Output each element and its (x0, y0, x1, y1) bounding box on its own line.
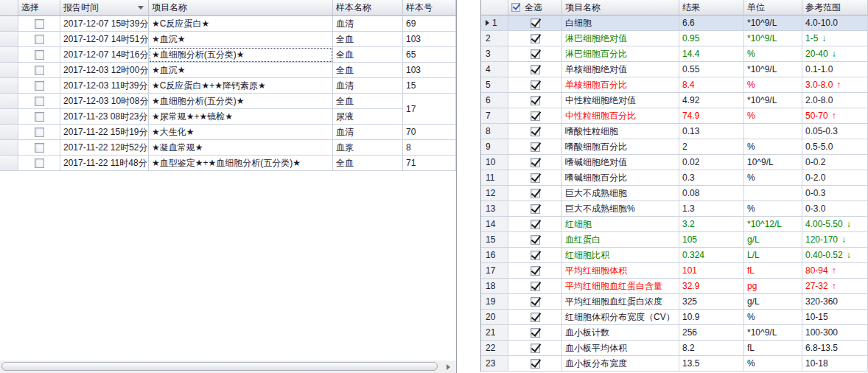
result-range-cell[interactable]: 0-0.3 (802, 186, 868, 201)
result-value-cell[interactable]: 32.9 (679, 279, 744, 294)
result-item-cell[interactable]: 嗜酸性粒细胞 (562, 124, 679, 139)
report-item-cell[interactable]: ★血型鉴定★+★血细胞分析(五分类)★ (149, 156, 333, 171)
report-item-cell[interactable]: ★C反应蛋白★ (149, 16, 333, 32)
result-range-cell[interactable]: 320-360 (802, 294, 868, 310)
result-range-cell[interactable]: 0-2.0 (802, 170, 868, 186)
result-rownum-cell[interactable]: 9 (481, 139, 508, 155)
result-rownum-cell[interactable]: 21 (481, 325, 508, 341)
result-range-cell[interactable]: 0-0.2 (802, 155, 868, 170)
result-select-cell[interactable] (508, 263, 562, 279)
result-select-cell[interactable] (508, 124, 562, 139)
result-unit-cell[interactable]: % (744, 356, 802, 372)
result-rownum-cell[interactable]: 4 (481, 62, 508, 77)
result-row-checkbox[interactable] (531, 235, 540, 245)
result-item-cell[interactable]: 红细胞比积 (562, 248, 679, 263)
result-select-cell[interactable] (508, 325, 562, 341)
select-cell[interactable] (18, 125, 60, 140)
row-indicator[interactable] (0, 47, 18, 63)
row-select-checkbox[interactable] (35, 143, 44, 153)
result-value-cell[interactable]: 2 (679, 139, 744, 155)
report-time-cell[interactable]: 2017-12-07 14时16分 (60, 47, 149, 63)
result-unit-cell[interactable]: *10^9/L (744, 62, 802, 77)
sample-name-cell[interactable]: 血清 (333, 16, 403, 32)
result-range-cell[interactable]: 1-5↓ (802, 31, 868, 46)
result-unit-cell[interactable]: % (744, 170, 802, 186)
results-header-select-all[interactable]: 全选 (508, 0, 562, 15)
result-row-checkbox[interactable] (531, 297, 540, 307)
result-value-cell[interactable]: 13.5 (679, 356, 744, 372)
result-item-cell[interactable]: 中性粒细胞百分比 (562, 108, 679, 124)
result-rownum-cell[interactable]: 13 (481, 201, 508, 217)
report-item-cell[interactable]: ★血细胞分析(五分类)★ (149, 47, 333, 63)
result-row-checkbox[interactable] (531, 96, 540, 105)
result-item-cell[interactable]: 单核细胞绝对值 (562, 62, 679, 77)
result-unit-cell[interactable]: % (744, 108, 802, 124)
select-cell[interactable] (18, 94, 60, 109)
scrollbar-thumb[interactable] (1, 362, 438, 371)
result-row-checkbox[interactable] (531, 204, 540, 214)
result-row-checkbox[interactable] (531, 18, 540, 28)
result-item-cell[interactable]: 嗜碱细胞百分比 (562, 170, 679, 186)
result-select-cell[interactable] (508, 62, 562, 77)
result-select-cell[interactable] (508, 186, 562, 201)
result-range-cell[interactable]: 4.00-5.50↓ (802, 217, 868, 232)
result-select-cell[interactable] (508, 139, 562, 155)
result-item-cell[interactable]: 白细胞 (562, 15, 679, 31)
result-value-cell[interactable]: 256 (679, 325, 744, 341)
result-unit-cell[interactable]: % (744, 77, 802, 93)
result-row-checkbox[interactable] (531, 251, 540, 260)
result-value-cell[interactable]: 0.08 (679, 186, 744, 201)
result-select-cell[interactable] (508, 155, 562, 170)
result-rownum-cell[interactable]: 14 (481, 217, 508, 232)
result-item-cell[interactable]: 巨大不成熟细胞% (562, 201, 679, 217)
result-rownum-cell[interactable]: 12 (481, 186, 508, 201)
sample-no-cell[interactable]: 65 (403, 47, 456, 63)
report-item-cell[interactable]: ★血沉★ (149, 63, 333, 78)
result-range-cell[interactable]: 80-94↑ (802, 263, 868, 279)
result-row-checkbox[interactable] (531, 359, 540, 369)
result-value-cell[interactable]: 0.02 (679, 155, 744, 170)
sample-name-cell[interactable]: 血清 (333, 78, 403, 94)
result-item-cell[interactable]: 巨大不成熟细胞 (562, 186, 679, 201)
row-indicator[interactable] (0, 16, 18, 32)
result-unit-cell[interactable]: % (744, 139, 802, 155)
result-value-cell[interactable]: 8.4 (679, 77, 744, 93)
result-unit-cell[interactable]: fL (744, 341, 802, 356)
result-row-checkbox[interactable] (531, 173, 540, 183)
result-value-cell[interactable]: 0.3 (679, 170, 744, 186)
result-range-cell[interactable]: 120-170↓ (802, 232, 868, 248)
sample-name-cell[interactable]: 全血 (333, 94, 403, 109)
report-item-cell[interactable]: ★大生化★ (149, 125, 333, 140)
reports-header-item-name[interactable]: 项目名称 (149, 0, 333, 16)
result-item-cell[interactable]: 血小板平均体积 (562, 341, 679, 356)
result-row-checkbox[interactable] (531, 313, 540, 322)
result-value-cell[interactable]: 105 (679, 232, 744, 248)
result-rownum-cell[interactable]: 8 (481, 124, 508, 139)
result-unit-cell[interactable]: % (744, 201, 802, 217)
result-item-cell[interactable]: 嗜碱细胞绝对值 (562, 155, 679, 170)
result-value-cell[interactable]: 14.4 (679, 46, 744, 62)
result-value-cell[interactable]: 8.2 (679, 341, 744, 356)
result-rownum-cell[interactable]: 5 (481, 77, 508, 93)
sample-name-cell[interactable]: 全血 (333, 47, 403, 63)
result-row-checkbox[interactable] (531, 65, 540, 74)
result-item-cell[interactable]: 血红蛋白 (562, 232, 679, 248)
result-select-cell[interactable] (508, 46, 562, 62)
reports-header-report-time[interactable]: 报告时间 (60, 0, 149, 16)
result-value-cell[interactable]: 0.55 (679, 62, 744, 77)
reports-header-sample-no[interactable]: 样本号 (403, 0, 456, 16)
sample-no-cell[interactable]: 8 (403, 140, 456, 156)
result-value-cell[interactable]: 325 (679, 294, 744, 310)
scrollbar-right-arrow-icon[interactable] (447, 364, 450, 370)
result-unit-cell[interactable] (744, 124, 802, 139)
result-select-cell[interactable] (508, 356, 562, 372)
result-rownum-cell[interactable]: 19 (481, 294, 508, 310)
result-item-cell[interactable]: 淋巴细胞百分比 (562, 46, 679, 62)
result-row-checkbox[interactable] (531, 111, 540, 121)
result-value-cell[interactable]: 0.13 (679, 124, 744, 139)
result-rownum-cell[interactable]: 7 (481, 108, 508, 124)
sample-name-cell[interactable]: 血浆 (333, 140, 403, 156)
result-row-checkbox[interactable] (531, 266, 540, 276)
result-item-cell[interactable]: 中性粒细胞绝对值 (562, 93, 679, 108)
select-cell[interactable] (18, 16, 60, 32)
